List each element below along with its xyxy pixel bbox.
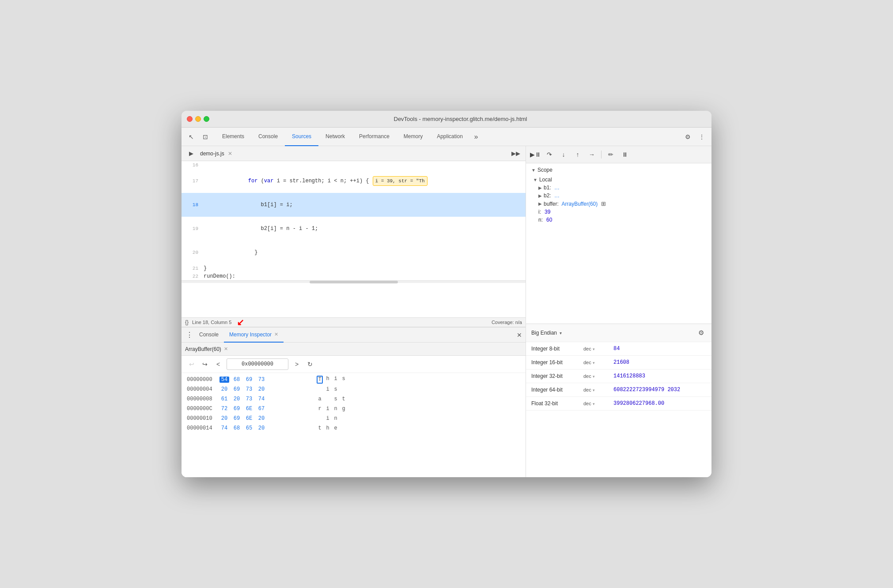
hex-char-5-3	[341, 425, 347, 431]
int16-format: dec ▾	[583, 360, 610, 365]
hex-byte-3-3[interactable]: 67	[257, 406, 266, 412]
value-inspector-settings[interactable]: ⚙	[696, 328, 706, 338]
arraybuffer-close[interactable]: ✕	[224, 346, 228, 352]
hex-byte-5-1[interactable]: 68	[232, 425, 242, 431]
value-inspector-panel: Big Endian ▾ ⚙ Integer 8-bit dec ▾ 84	[526, 324, 711, 477]
more-options-icon[interactable]: ⋮	[696, 131, 708, 143]
b2-val: …	[553, 192, 560, 199]
value-row-int32: Integer 32-bit dec ▾ 1416128883	[526, 369, 711, 383]
address-input[interactable]	[227, 358, 288, 370]
tab-memory-inspector[interactable]: Memory Inspector ✕	[224, 328, 284, 343]
buffer-expander[interactable]: ▶	[538, 201, 542, 206]
hex-byte-5-2[interactable]: 65	[244, 425, 254, 431]
tab-elements[interactable]: Elements	[215, 128, 251, 146]
hex-byte-2-3[interactable]: 74	[257, 396, 266, 402]
hex-byte-0-2[interactable]: 69	[244, 377, 254, 383]
b1-expander[interactable]: ▶	[538, 185, 542, 190]
tab-menu-icon[interactable]: ⋮	[185, 331, 194, 339]
settings-icon[interactable]: ⚙	[681, 131, 694, 143]
source-tab-close[interactable]: ✕	[228, 151, 232, 157]
hex-byte-5-3[interactable]: 20	[257, 425, 266, 431]
tab-network[interactable]: Network	[318, 128, 352, 146]
file-nav-icon[interactable]: ▶	[185, 147, 197, 160]
int32-value: 1416128883	[613, 373, 645, 379]
memory-inspector-tab-close[interactable]: ✕	[274, 332, 278, 337]
b2-expander[interactable]: ▶	[538, 193, 542, 198]
format-button[interactable]: {}	[185, 319, 189, 325]
main-content: ▶ demo-js.js ✕ ▶▶ 16 17	[182, 146, 711, 477]
arraybuffer-subtab[interactable]: ArrayBuffer(60) ✕	[185, 346, 228, 352]
device-toggle-icon[interactable]: ⊡	[199, 131, 212, 143]
maximize-button[interactable]	[204, 116, 209, 122]
hex-byte-1-3[interactable]: 20	[257, 386, 266, 392]
panel-close-button[interactable]: ✕	[517, 332, 522, 339]
close-button[interactable]	[187, 116, 193, 122]
tab-sources[interactable]: Sources	[285, 128, 318, 146]
hex-byte-3-2[interactable]: 6E	[244, 406, 254, 412]
title-bar: DevTools - memory-inspector.glitch.me/de…	[182, 111, 711, 128]
hex-addr-4: 00000010	[187, 415, 218, 422]
horizontal-scrollbar[interactable]	[182, 280, 526, 283]
deactivate-breakpoints[interactable]: ✏	[605, 149, 617, 160]
bottom-tabs: ⋮ Console Memory Inspector ✕ ✕	[182, 328, 526, 343]
more-tabs-button[interactable]: »	[470, 131, 482, 143]
tab-application[interactable]: Application	[430, 128, 470, 146]
hex-byte-5-0[interactable]: 74	[219, 425, 229, 431]
hex-byte-4-0[interactable]: 20	[219, 415, 229, 422]
tab-console[interactable]: Console	[251, 128, 285, 146]
cursor-icon[interactable]: ↖	[185, 131, 197, 143]
buffer-key: buffer:	[544, 201, 559, 207]
hex-byte-2-0[interactable]: 61	[219, 396, 229, 402]
scope-item-buffer[interactable]: ▶ buffer: ArrayBuffer(60) ⊞ ↙	[531, 200, 706, 208]
memory-inspector-content: ArrayBuffer(60) ✕ ↩ ↪ < > ↻	[182, 343, 526, 477]
hex-addr-2: 00000008	[187, 396, 218, 402]
code-line-18: 18 b1[i] = i;	[182, 193, 526, 217]
tab-console-bottom[interactable]: Console	[194, 328, 224, 343]
nav-forward-button[interactable]: ↪	[200, 359, 210, 369]
tab-performance[interactable]: Performance	[352, 128, 397, 146]
hex-byte-3-0[interactable]: 72	[219, 406, 229, 412]
hex-byte-2-2[interactable]: 73	[244, 396, 254, 402]
step-out-button[interactable]: ↑	[572, 149, 583, 160]
endian-dropdown-arrow[interactable]: ▾	[560, 331, 562, 335]
memory-inspector-icon[interactable]: ⊞	[601, 200, 606, 207]
hex-byte-1-1[interactable]: 69	[232, 386, 242, 392]
hex-byte-1-0[interactable]: 20	[219, 386, 229, 392]
hex-byte-0-0[interactable]: 54	[219, 377, 229, 383]
int64-type: Integer 64-bit	[531, 387, 580, 393]
source-tab-nav: ▶▶	[510, 147, 522, 160]
hex-chars-4: i n	[310, 415, 347, 422]
hex-byte-2-1[interactable]: 20	[232, 396, 242, 402]
step-into-button[interactable]: ↓	[558, 149, 569, 160]
scope-item-n: n: 60	[531, 216, 706, 224]
value-row-float32: Float 32-bit dec ▾ 3992806227968.00	[526, 397, 711, 411]
tab-memory[interactable]: Memory	[397, 128, 430, 146]
nav-prev-button[interactable]: <	[213, 359, 223, 369]
hex-byte-4-3[interactable]: 20	[257, 415, 266, 422]
nav-back-button[interactable]: ↩	[187, 359, 197, 369]
code-area[interactable]: 16 17 for (var i = str.length; i < n; ++…	[182, 161, 526, 317]
source-nav-icon[interactable]: ▶▶	[510, 147, 522, 160]
scope-item-b1[interactable]: ▶ b1: …	[531, 184, 706, 192]
endian-label: Big Endian	[531, 330, 557, 336]
step-over-button[interactable]: ↷	[544, 149, 555, 160]
hex-byte-0-3[interactable]: 73	[257, 377, 266, 383]
hex-byte-0-1[interactable]: 68	[232, 377, 242, 383]
hex-byte-4-1[interactable]: 69	[232, 415, 242, 422]
minimize-button[interactable]	[195, 116, 201, 122]
hex-byte-1-2[interactable]: 73	[244, 386, 254, 392]
refresh-button[interactable]: ↻	[305, 359, 315, 369]
scope-local-header: ▼ Local	[531, 176, 706, 184]
resume-button[interactable]: ▶⏸	[530, 149, 541, 160]
debug-toolbar: ▶⏸ ↷ ↓ ↑ → ✏ ⏸	[526, 146, 711, 163]
int16-value: 21608	[613, 359, 629, 366]
step-button[interactable]: →	[586, 149, 598, 160]
hex-byte-3-1[interactable]: 69	[232, 406, 242, 412]
hex-byte-4-2[interactable]: 6E	[244, 415, 254, 422]
scrollbar-thumb[interactable]	[310, 281, 398, 283]
scope-item-b2[interactable]: ▶ b2: …	[531, 192, 706, 200]
hex-row-4: 00000010 20 69 6E 20 i	[187, 414, 520, 423]
nav-next-button[interactable]: >	[292, 359, 302, 369]
right-panel: ▶⏸ ↷ ↓ ↑ → ✏ ⏸ ▼ Scope	[526, 146, 711, 477]
pause-exceptions[interactable]: ⏸	[619, 149, 631, 160]
